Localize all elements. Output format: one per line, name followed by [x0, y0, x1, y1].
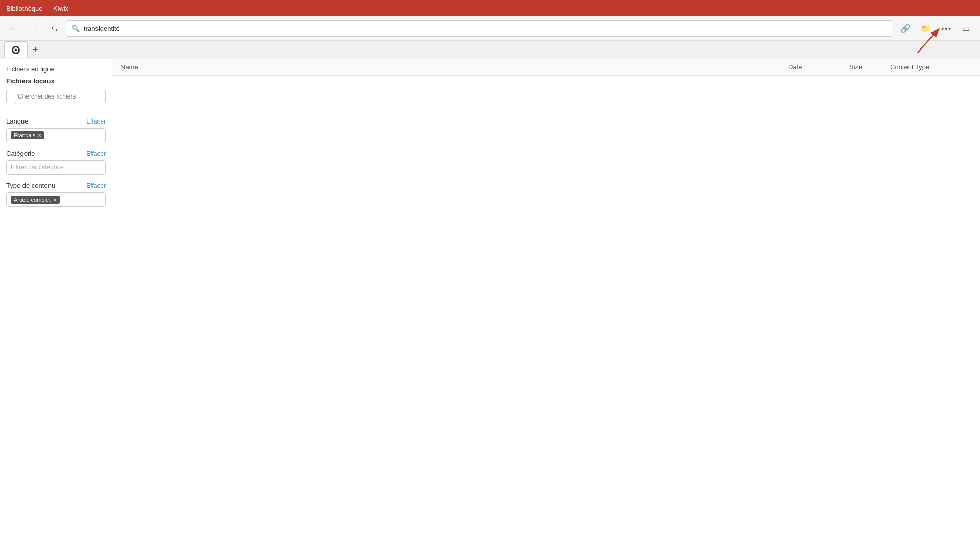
search-files-wrapper: 🔍 — [6, 90, 106, 110]
title-bar: Bibliothèque — Kiwix — [0, 0, 980, 16]
language-filter-label: Langue — [6, 117, 28, 125]
search-icon: 🔍 — [71, 25, 80, 32]
language-clear-button[interactable]: Effacer — [86, 118, 106, 125]
folder-button[interactable]: 📁 — [917, 21, 935, 35]
language-filter: Langue Effacer Français ✕ — [6, 117, 106, 142]
category-placeholder: Filtrer par catégorie — [11, 164, 64, 171]
more-icon: ••• — [941, 25, 952, 33]
column-content-type: Content Type — [890, 63, 972, 71]
folder-icon: 📁 — [921, 23, 931, 33]
content-type-tag-close[interactable]: ✕ — [53, 197, 57, 203]
search-bar: 🔍 — [66, 20, 892, 37]
language-filter-input[interactable]: Français ✕ — [6, 128, 106, 142]
column-size: Size — [849, 63, 890, 71]
language-tag-francais: Français ✕ — [11, 131, 44, 139]
more-button[interactable]: ••• — [937, 22, 956, 35]
content-type-filter-header: Type de contenu Effacer — [6, 182, 106, 189]
content-type-filter-input[interactable]: Article complet ✕ — [6, 192, 106, 207]
forward-button[interactable]: → — [27, 22, 43, 35]
link-icon: 🔗 — [900, 23, 911, 33]
language-filter-header: Langue Effacer — [6, 117, 106, 125]
category-filter-label: Catégorie — [6, 150, 35, 157]
kiwix-tab-icon — [10, 44, 22, 56]
search-input[interactable] — [84, 25, 887, 32]
language-tag-close[interactable]: ✕ — [37, 133, 41, 138]
fullscreen-icon: ▭ — [962, 23, 970, 33]
content-type-filter: Type de contenu Effacer Article complet … — [6, 182, 106, 207]
language-tag-label: Français — [14, 132, 35, 138]
shuffle-button[interactable]: ⇆ — [47, 21, 62, 35]
add-tab-icon: + — [33, 44, 38, 55]
online-files-section[interactable]: Fichiers en ligne — [6, 65, 106, 73]
back-icon: ← — [10, 24, 18, 33]
content-header: Name Date Size Content Type — [112, 59, 980, 76]
nav-right-buttons: 🔗 📁 ••• ▭ — [896, 21, 974, 35]
category-clear-button[interactable]: Effacer — [86, 150, 106, 157]
nav-bar: ← → ⇆ 🔍 🔗 📁 ••• ▭ — [0, 16, 980, 41]
back-button[interactable]: ← — [6, 22, 22, 35]
shuffle-icon: ⇆ — [51, 23, 58, 33]
sidebar: Fichiers en ligne Fichiers locaux 🔍 Lang… — [0, 59, 112, 535]
content-type-tag-label: Article complet — [14, 197, 51, 203]
category-filter: Catégorie Effacer Filtrer par catégorie — [6, 150, 106, 175]
local-files-section[interactable]: Fichiers locaux — [6, 77, 106, 85]
content-type-clear-button[interactable]: Effacer — [86, 182, 106, 189]
column-date: Date — [788, 63, 849, 71]
category-filter-header: Catégorie Effacer — [6, 150, 106, 157]
online-files-label: Fichiers en ligne — [6, 65, 55, 73]
column-name: Name — [120, 63, 788, 71]
content-area: Name Date Size Content Type — [112, 59, 980, 535]
kiwix-tab[interactable] — [4, 41, 28, 58]
app-title: Bibliothèque — Kiwix — [6, 5, 68, 12]
fullscreen-button[interactable]: ▭ — [958, 21, 974, 35]
forward-icon: → — [31, 24, 39, 33]
content-type-filter-label: Type de contenu — [6, 182, 55, 189]
link-button[interactable]: 🔗 — [896, 21, 915, 35]
local-files-label: Fichiers locaux — [6, 77, 55, 85]
content-list — [112, 76, 980, 535]
tab-bar: + — [0, 41, 980, 59]
search-files-input[interactable] — [6, 90, 106, 103]
main-container: Fichiers en ligne Fichiers locaux 🔍 Lang… — [0, 59, 980, 535]
svg-point-4 — [15, 49, 17, 52]
add-tab-button[interactable]: + — [30, 43, 41, 56]
content-type-tag-article: Article complet ✕ — [11, 196, 60, 204]
category-filter-input[interactable]: Filtrer par catégorie — [6, 160, 106, 175]
